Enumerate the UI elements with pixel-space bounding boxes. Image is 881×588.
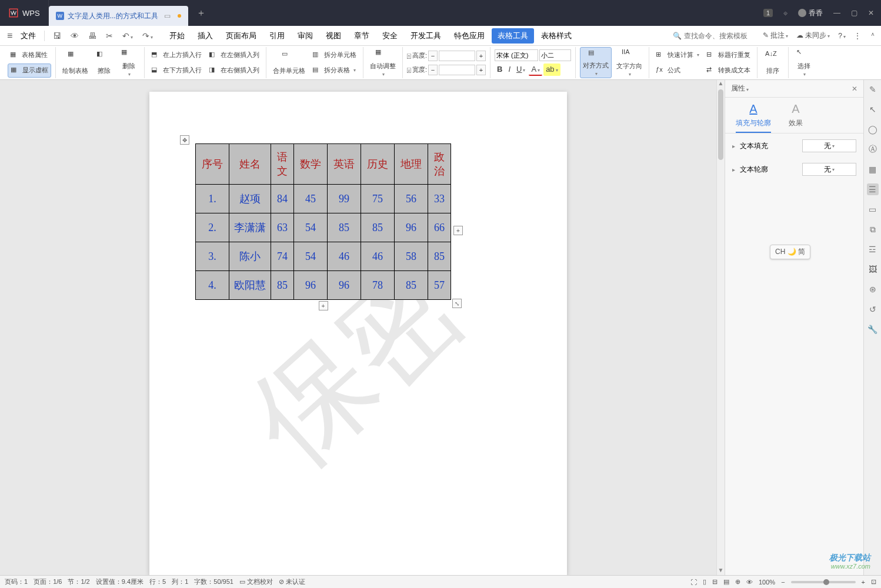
insert-row-below-button[interactable]: ⬓在下方插入行 — [149, 64, 204, 78]
table-cell[interactable]: 99 — [328, 185, 361, 213]
rail-link-icon[interactable]: ⧉ — [867, 223, 879, 235]
command-search[interactable]: 🔍 — [673, 32, 755, 40]
table-cell[interactable]: 85 — [395, 271, 428, 300]
document-tab[interactable]: W 文字是人类用...的方式和工具 ▭ — [49, 6, 188, 26]
rail-safe-icon[interactable]: ⊛ — [867, 283, 879, 295]
table-header[interactable]: 地理 — [395, 144, 428, 185]
tab-effects[interactable]: A效果 — [789, 102, 803, 133]
rail-layout-icon[interactable]: ▭ — [867, 203, 879, 215]
table-header[interactable]: 语文 — [271, 144, 294, 185]
zoom-in-button[interactable]: + — [862, 579, 865, 586]
zoom-out-button[interactable]: − — [781, 579, 785, 586]
rail-history-icon[interactable]: ↺ — [867, 303, 879, 315]
cut-icon[interactable]: ✂ — [102, 31, 116, 41]
undo-button[interactable]: ↶ — [119, 31, 136, 41]
menu-review[interactable]: 审阅 — [292, 28, 319, 44]
minimize-button[interactable]: — — [833, 9, 840, 17]
text-direction-button[interactable]: IIA文字方向 — [614, 47, 645, 78]
font-size-select[interactable] — [539, 49, 571, 61]
table-cell[interactable]: 1. — [196, 185, 229, 213]
table-cell[interactable]: 4. — [196, 271, 229, 300]
width-inc[interactable]: + — [476, 65, 486, 75]
table-cell[interactable]: 75 — [361, 185, 395, 213]
table-cell[interactable]: 96 — [328, 271, 361, 300]
document-canvas[interactable]: 保密 ✥ 序号姓名语文数学英语历史地理政治1.赵项8445997556332.李… — [0, 80, 716, 575]
show-gridlines-button[interactable]: ▦显示虚框 — [8, 64, 51, 78]
merge-cells-button[interactable]: ▭合并单元格 — [271, 47, 308, 78]
add-column-handle[interactable]: + — [453, 226, 463, 235]
font-name-select[interactable] — [495, 49, 538, 61]
rail-format-icon[interactable]: ✎ — [867, 83, 879, 95]
formula-button[interactable]: ƒx公式 — [653, 64, 702, 78]
table-cell[interactable]: 85 — [361, 213, 395, 242]
hamburger-icon[interactable]: ≡ — [5, 31, 15, 41]
table-cell[interactable]: 85 — [328, 213, 361, 242]
width-dec[interactable]: − — [428, 65, 438, 75]
italic-button[interactable]: I — [506, 64, 513, 76]
table-cell[interactable]: 84 — [271, 185, 294, 213]
insert-col-right-button[interactable]: ◨在右侧插入列 — [206, 64, 262, 78]
table-row[interactable]: 4.欧阳慧859696788557 — [196, 271, 451, 300]
table-cell[interactable]: 赵项 — [229, 185, 271, 213]
table-cell[interactable]: 46 — [361, 242, 395, 271]
rail-shape-icon[interactable]: ◯ — [867, 123, 879, 135]
zoom-label[interactable]: 100% — [759, 579, 775, 586]
redo-button[interactable]: ↷ — [139, 31, 156, 41]
comments-button[interactable]: ✎ 批注 — [763, 31, 788, 41]
repeat-header-button[interactable]: ⊟标题行重复 — [704, 48, 753, 62]
table-row[interactable]: 1.赵项844599755633 — [196, 185, 451, 213]
table-header[interactable]: 数学 — [294, 144, 328, 185]
fit-button[interactable]: ⊡ — [871, 578, 876, 586]
add-row-handle[interactable]: + — [319, 301, 328, 310]
height-inc[interactable]: + — [476, 51, 486, 61]
table-header[interactable]: 姓名 — [229, 144, 271, 185]
insert-col-left-button[interactable]: ◧在左侧插入列 — [206, 48, 262, 62]
alignment-button[interactable]: ▤对齐方式 — [580, 47, 612, 78]
menu-reference[interactable]: 引用 — [263, 28, 291, 44]
menu-insert[interactable]: 插入 — [192, 28, 219, 44]
table-cell[interactable]: 54 — [294, 213, 328, 242]
table-cell[interactable]: 96 — [395, 213, 428, 242]
table-row[interactable]: 2.李潇潇635485859666 — [196, 213, 451, 242]
table-cell[interactable]: 63 — [271, 213, 294, 242]
table-cell[interactable]: 85 — [271, 271, 294, 300]
table-cell[interactable]: 74 — [271, 242, 294, 271]
menu-start[interactable]: 开始 — [163, 28, 191, 44]
select-button[interactable]: ↖选择 — [793, 47, 815, 78]
text-fill-select[interactable]: 无 — [802, 139, 856, 152]
rail-outline-icon[interactable]: ☲ — [867, 243, 879, 255]
save-icon[interactable]: 🖫 — [49, 31, 65, 41]
skin-icon[interactable]: ⟐ — [783, 9, 787, 17]
table-cell[interactable]: 78 — [361, 271, 395, 300]
table-selected[interactable]: ✥ 序号姓名语文数学英语历史地理政治1.赵项8445997556332.李潇潇6… — [195, 143, 451, 300]
table-header[interactable]: 英语 — [328, 144, 361, 185]
highlight-button[interactable]: ab — [543, 64, 560, 76]
status-cert[interactable]: ⊘ 未认证 — [279, 577, 305, 586]
view-fullscreen-icon[interactable]: ⛶ — [690, 579, 697, 586]
table-cell[interactable]: 欧阳慧 — [229, 271, 271, 300]
quick-calc-button[interactable]: ⊞快速计算 — [653, 48, 702, 62]
collapse-ribbon-button[interactable]: ＾ — [869, 31, 876, 41]
expand-icon[interactable]: ▸ — [732, 166, 735, 173]
status-words[interactable]: 字数：50/951 — [194, 577, 233, 586]
help-button[interactable]: ? — [838, 32, 846, 40]
table-cell[interactable]: 96 — [294, 271, 328, 300]
panel-close-button[interactable]: ✕ — [852, 85, 857, 93]
table-cell[interactable]: 85 — [428, 242, 451, 271]
text-outline-select[interactable]: 无 — [802, 163, 856, 176]
width-input[interactable] — [439, 65, 475, 75]
sync-button[interactable]: ☁ 未同步 — [796, 31, 830, 41]
menu-security[interactable]: 安全 — [376, 28, 403, 44]
table-cell[interactable]: 66 — [428, 213, 451, 242]
table-cell[interactable]: 57 — [428, 271, 451, 300]
scroll-down[interactable]: ▼ — [717, 567, 725, 575]
menu-table-style[interactable]: 表格样式 — [535, 28, 578, 44]
print-icon[interactable]: 🖶 — [85, 31, 100, 41]
table-cell[interactable]: 46 — [328, 242, 361, 271]
menu-view[interactable]: 视图 — [320, 28, 347, 44]
user-menu[interactable]: 香香 — [798, 8, 823, 18]
new-tab-button[interactable]: ＋ — [188, 7, 214, 19]
status-proof[interactable]: ▭ 文档校对 — [239, 577, 273, 586]
status-pageno[interactable]: 页码：1 — [5, 577, 28, 586]
vertical-scrollbar[interactable]: ▲ ▼ — [716, 80, 725, 575]
